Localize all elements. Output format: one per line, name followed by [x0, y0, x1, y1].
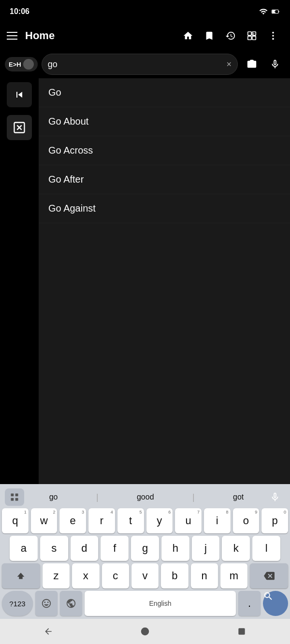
suggestions-list: Go Go About Go Across Go After Go Agains… [39, 78, 290, 484]
key-t[interactable]: 5t [117, 508, 144, 533]
key-f[interactable]: f [101, 536, 129, 561]
key-a[interactable]: a [10, 536, 38, 561]
app-bar-actions: 2 [178, 26, 283, 46]
key-m[interactable]: m [220, 563, 247, 588]
keyboard-grid-icon[interactable] [5, 488, 24, 506]
home-icon-btn[interactable] [178, 26, 198, 46]
voice-search-icon-btn[interactable] [265, 54, 285, 74]
key-u[interactable]: 7u [175, 508, 202, 533]
svg-rect-17 [15, 498, 18, 501]
hamburger-menu-icon[interactable] [7, 32, 17, 40]
more-options-icon-btn[interactable] [263, 26, 283, 46]
status-time: 10:06 [10, 7, 29, 16]
svg-rect-16 [11, 498, 14, 501]
keyboard-row-2: a s d f g h j k l [2, 536, 288, 561]
history-icon-btn[interactable] [220, 26, 241, 46]
camera-search-icon-btn[interactable] [242, 54, 262, 74]
keyboard-area: go | good | got 1q 2w 3e 4r 5t 6y 7u 8i … [0, 484, 290, 619]
svg-rect-3 [248, 32, 251, 35]
search-row: E>H go × [0, 50, 290, 78]
layers-icon-btn[interactable]: 2 [242, 26, 262, 46]
suggestion-go[interactable]: Go [39, 78, 290, 107]
key-globe[interactable] [60, 591, 82, 616]
key-space[interactable]: English [85, 591, 236, 616]
key-w[interactable]: 2w [31, 508, 58, 533]
svg-point-8 [272, 32, 274, 34]
key-s[interactable]: s [40, 536, 68, 561]
suggestion-word-go[interactable]: go [45, 491, 62, 503]
back-button[interactable] [7, 82, 32, 107]
key-h[interactable]: h [161, 536, 189, 561]
key-o[interactable]: 9o [233, 508, 260, 533]
bookmark-icon-btn[interactable] [199, 26, 219, 46]
svg-point-9 [272, 35, 274, 37]
key-v[interactable]: v [131, 563, 159, 588]
keyboard-suggestion-bar: go | good | got [2, 486, 288, 508]
svg-point-10 [272, 38, 274, 40]
suggestion-word-got[interactable]: got [229, 491, 247, 503]
key-c[interactable]: c [102, 563, 129, 588]
key-emoji[interactable] [35, 591, 58, 616]
key-j[interactable]: j [192, 536, 220, 561]
search-box[interactable]: go × [42, 54, 238, 75]
svg-rect-19 [239, 628, 245, 634]
key-search[interactable] [263, 591, 288, 616]
app-bar: Home 2 [0, 21, 290, 50]
svg-rect-6 [252, 36, 256, 40]
lang-toggle-label: E>H [9, 61, 21, 68]
key-num-toggle[interactable]: ?123 [2, 591, 33, 616]
svg-rect-15 [15, 494, 18, 497]
suggestion-word-good[interactable]: good [133, 491, 158, 503]
key-backspace[interactable] [250, 563, 288, 588]
key-shift[interactable] [2, 563, 40, 588]
signal-icon [259, 7, 268, 16]
key-p[interactable]: 0p [261, 508, 288, 533]
keyboard-row-1: 1q 2w 3e 4r 5t 6y 7u 8i 9o 0p [2, 508, 288, 533]
nav-recents-button[interactable] [232, 622, 251, 641]
suggestion-go-after[interactable]: Go After [39, 165, 290, 194]
key-b[interactable]: b [161, 563, 188, 588]
key-q[interactable]: 1q [2, 508, 29, 533]
navigation-bar [0, 619, 290, 644]
key-z[interactable]: z [43, 563, 70, 588]
battery-icon [271, 7, 280, 16]
keyboard-row-3: z x c v b n m [2, 563, 288, 588]
key-l[interactable]: l [252, 536, 280, 561]
key-n[interactable]: n [191, 563, 218, 588]
keyboard-suggestion-words: go | good | got [28, 491, 265, 503]
svg-rect-5 [248, 36, 251, 40]
search-input-value: go [48, 59, 224, 70]
svg-rect-2 [278, 11, 279, 13]
key-period[interactable]: . [238, 591, 261, 616]
key-k[interactable]: k [222, 536, 250, 561]
language-toggle[interactable]: E>H [5, 57, 38, 72]
keyboard-bottom-row: ?123 English . [2, 591, 288, 616]
app-title: Home [25, 29, 178, 42]
back-column [0, 78, 39, 484]
nav-back-button[interactable] [39, 622, 58, 641]
key-r[interactable]: 4r [88, 508, 115, 533]
svg-point-18 [141, 628, 149, 636]
status-bar: 10:06 [0, 0, 290, 21]
key-y[interactable]: 6y [146, 508, 173, 533]
suggestions-area: Go Go About Go Across Go After Go Agains… [0, 78, 290, 484]
search-clear-icon[interactable]: × [226, 59, 232, 70]
key-g[interactable]: g [131, 536, 159, 561]
status-icons [259, 7, 280, 16]
svg-text:2: 2 [253, 32, 255, 36]
search-extra-icons [242, 54, 285, 74]
key-i[interactable]: 8i [204, 508, 231, 533]
keyboard-mic-icon[interactable] [265, 487, 285, 507]
key-e[interactable]: 3e [59, 508, 86, 533]
key-x[interactable]: x [72, 563, 99, 588]
close-square-button[interactable] [7, 115, 32, 140]
lang-dot [23, 59, 34, 70]
svg-rect-14 [11, 494, 14, 497]
suggestion-go-about[interactable]: Go About [39, 107, 290, 136]
suggestion-go-against[interactable]: Go Against [39, 194, 290, 223]
key-d[interactable]: d [71, 536, 99, 561]
suggestion-go-across[interactable]: Go Across [39, 136, 290, 165]
nav-home-button[interactable] [135, 621, 155, 642]
